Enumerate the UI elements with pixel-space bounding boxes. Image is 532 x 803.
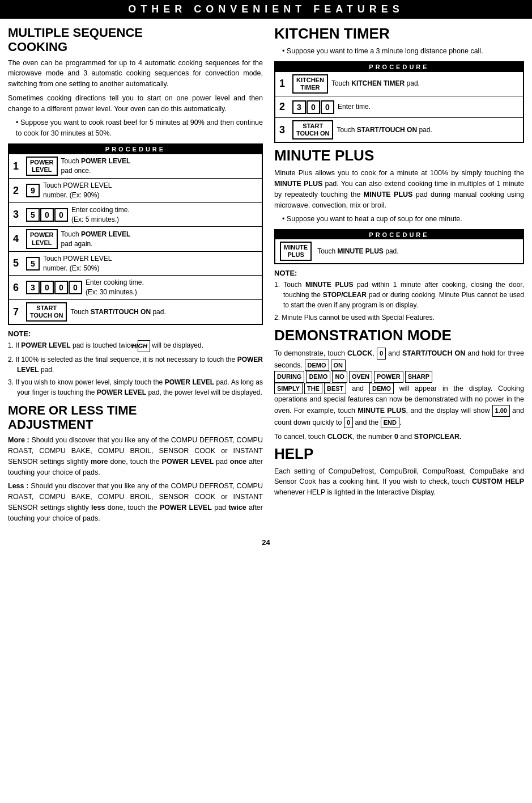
demo-during: DURING — [274, 371, 304, 383]
digit-0-box: 0 — [377, 348, 386, 360]
left-column: MULTIPLE SEQUENCE COOKING The oven can b… — [8, 26, 263, 527]
help-para: Each setting of CompuDefrost, CompuBroil… — [274, 466, 524, 498]
step-5-content: 5 Touch POWER LEVELnumber. (Ex: 50%) — [23, 252, 262, 276]
step-2-content: 9 Touch POWER LEVELnumber. (Ex: 90%) — [23, 179, 262, 202]
digits-300: 3 0 0 — [292, 100, 334, 114]
header-title: OTHER CONVENIENT FEATURES — [128, 3, 404, 15]
procedure-header-2: PROCEDURE — [275, 62, 523, 71]
kt-step-2-row: 2 3 0 0 Enter time. — [275, 96, 523, 117]
minute-plus-para: Minute Plus allows you to cook for a min… — [274, 168, 524, 210]
demo-cancel-para: To cancel, touch CLOCK, the number 0 and… — [274, 432, 524, 442]
digit-3[interactable]: 3 — [26, 281, 40, 294]
step-5-num: 5 — [9, 252, 23, 276]
step-4-text: Touch POWER LEVELpad again. — [61, 230, 131, 249]
digit-3b[interactable]: 3 — [292, 100, 306, 114]
step-6-num: 6 — [9, 276, 23, 299]
kt-step-1-text: Touch KITCHEN TIMER pad. — [331, 79, 420, 88]
note-2-item-1: 1. Touch MINUTE PLUS pad within 1 minute… — [274, 280, 524, 310]
digit-0e[interactable]: 0 — [69, 281, 82, 294]
kt-step-2-text: Enter time. — [338, 102, 371, 112]
note-1-item-2: 2. If 100% is selected as the final sequ… — [8, 354, 263, 375]
step-7-text: Touch START/TOUCH ON pad. — [70, 307, 165, 317]
demo-para: To demonstrate, touch CLOCK, 0 and START… — [274, 348, 524, 428]
digit-5b[interactable]: 5 — [26, 257, 40, 271]
multiple-sequence-bullet: Suppose you want to cook roast beef for … — [8, 117, 263, 139]
digit-0b[interactable]: 0 — [54, 208, 68, 222]
demo-demo2: DEMO — [306, 371, 330, 383]
kt-step-3-content: STARTTOUCH ON Touch START/TOUCH ON pad. — [289, 118, 523, 142]
minute-plus-bullet: Suppose you want to heat a cup of soup f… — [274, 214, 524, 225]
demo-box-on: ON — [331, 360, 346, 371]
note-2-item-2: 2. Minute Plus cannot be used with Speci… — [274, 312, 524, 323]
kitchen-timer-bullet: Suppose you want to time a 3 minute long… — [274, 46, 524, 57]
kt-step-3-row: 3 STARTTOUCH ON Touch START/TOUCH ON pad… — [275, 117, 523, 142]
start-touch-on-pad-2[interactable]: STARTTOUCH ON — [292, 120, 333, 140]
kt-step-2-content: 3 0 0 Enter time. — [289, 98, 523, 116]
mp-step-text: Touch MINUTE PLUS pad. — [317, 247, 398, 256]
demo-best: BEST — [324, 383, 346, 395]
kt-step-2-num: 2 — [275, 96, 289, 117]
demo-boxes-row3: SIMPLY THE BEST — [274, 383, 346, 395]
step-2-num: 2 — [9, 179, 23, 202]
power-level-pad-1[interactable]: POWERLEVEL — [26, 157, 58, 176]
procedure-box-multiple-sequence: PROCEDURE 1 POWERLEVEL Touch POWER LEVEL… — [8, 143, 263, 326]
procedure-box-minute-plus: PROCEDURE MINUTEPLUS Touch MINUTE PLUS p… — [274, 229, 524, 264]
step-4-num: 4 — [9, 227, 23, 251]
digits-500: 5 0 0 — [26, 208, 68, 222]
step-7-row: 7 STARTTOUCH ON Touch START/TOUCH ON pad… — [9, 299, 262, 324]
end-box: END — [381, 417, 399, 429]
kt-step-3-text: Touch START/TOUCH ON pad. — [337, 125, 432, 135]
more-text: More : Should you discover that you like… — [8, 435, 263, 477]
multiple-sequence-para2: Sometimes cooking directions tell you to… — [8, 93, 263, 115]
procedure-header-1: PROCEDURE — [9, 145, 262, 154]
digit-5[interactable]: 5 — [26, 208, 40, 222]
demo-oven: OVEN — [349, 371, 372, 383]
demo-sharp: SHARP — [405, 371, 433, 383]
digit-0c[interactable]: 0 — [40, 281, 54, 294]
mp-step-row: MINUTEPLUS Touch MINUTE PLUS pad. — [275, 239, 523, 263]
kitchen-timer-pad[interactable]: KITCHENTIMER — [292, 74, 328, 94]
digit-0g[interactable]: 0 — [321, 100, 334, 114]
step-1-row: 1 POWERLEVEL Touch POWER LEVELpad once. — [9, 154, 262, 178]
high-box: HIGH — [138, 340, 150, 352]
right-column: KITCHEN TIMER Suppose you want to time a… — [274, 26, 524, 527]
step-6-content: 3 0 0 0 Enter cooking time.(Ex: 30 minut… — [23, 276, 262, 299]
step-4-row: 4 POWERLEVEL Touch POWER LEVELpad again. — [9, 226, 262, 251]
step-7-num: 7 — [9, 300, 23, 324]
procedure-header-3: PROCEDURE — [275, 230, 523, 239]
step-6-row: 6 3 0 0 0 Enter cooking time.(Ex: 30 min… — [9, 275, 262, 299]
power-level-pad-2[interactable]: POWERLEVEL — [26, 229, 58, 248]
note-1-item-1: 1. If POWER LEVEL pad is touched twice, … — [8, 340, 263, 352]
step-1-text: Touch POWER LEVELpad once. — [61, 157, 131, 176]
kt-step-3-num: 3 — [275, 118, 289, 142]
section-help-title: HELP — [274, 446, 524, 463]
step-1-content: POWERLEVEL Touch POWER LEVELpad once. — [23, 154, 262, 178]
note-2-title: NOTE: — [274, 269, 524, 277]
demo-power: POWER — [374, 371, 403, 383]
step-5-text: Touch POWER LEVELnumber. (Ex: 50%) — [43, 254, 112, 273]
digit-9[interactable]: 9 — [26, 184, 40, 197]
step-3-text: Enter cooking time.(Ex: 5 minutes.) — [71, 205, 130, 225]
show-100-box: 1.00 — [492, 405, 510, 417]
step-3-num: 3 — [9, 203, 23, 227]
digit-0d[interactable]: 0 — [54, 281, 68, 294]
demo-box-end: DEMO — [369, 383, 394, 395]
minute-plus-pad[interactable]: MINUTEPLUS — [280, 242, 312, 261]
less-text: Less : Should you discover that you like… — [8, 481, 263, 523]
step-4-content: POWERLEVEL Touch POWER LEVELpad again. — [23, 227, 262, 251]
digit-0f[interactable]: 0 — [307, 100, 320, 114]
step-7-content: STARTTOUCH ON Touch START/TOUCH ON pad. — [23, 300, 262, 324]
start-touch-on-pad-1[interactable]: STARTTOUCH ON — [26, 302, 67, 322]
step-6-text: Enter cooking time.(Ex: 30 minutes.) — [86, 278, 144, 297]
step-1-num: 1 — [9, 154, 23, 178]
digit-0a[interactable]: 0 — [40, 208, 54, 222]
kt-step-1-num: 1 — [275, 72, 289, 96]
demo-the: THE — [304, 383, 322, 395]
step-2-row: 2 9 Touch POWER LEVELnumber. (Ex: 90%) — [9, 178, 262, 202]
demo-box-1: DEMO — [305, 360, 329, 371]
demo-no: NO — [332, 371, 347, 383]
section-minute-plus-title: MINUTE PLUS — [274, 147, 524, 164]
note-1-item-3: 3. If you wish to know power level, simp… — [8, 377, 263, 398]
kt-step-1-row: 1 KITCHENTIMER Touch KITCHEN TIMER pad. — [275, 71, 523, 96]
step-2-text: Touch POWER LEVELnumber. (Ex: 90%) — [43, 181, 112, 200]
